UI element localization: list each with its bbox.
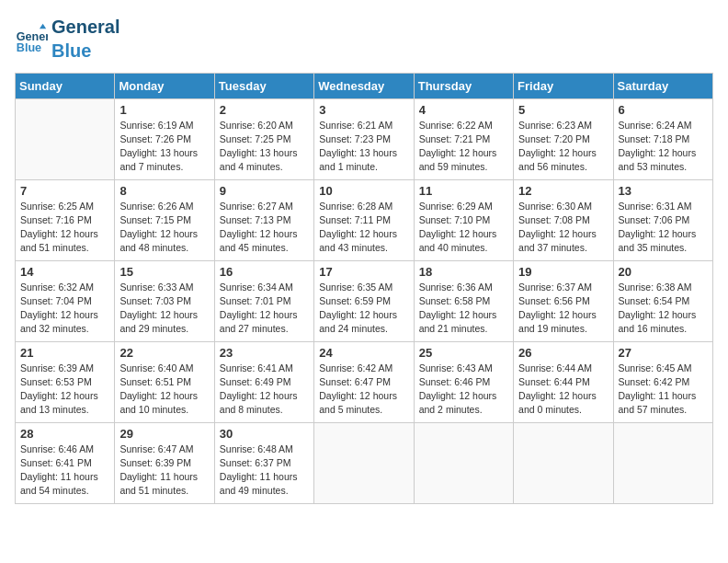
calendar-cell: 25Sunrise: 6:43 AM Sunset: 6:46 PM Dayli… bbox=[414, 341, 513, 422]
day-number: 7 bbox=[20, 184, 109, 198]
day-number: 14 bbox=[20, 265, 109, 279]
day-number: 4 bbox=[419, 103, 508, 117]
day-info: Sunrise: 6:21 AM Sunset: 7:23 PM Dayligh… bbox=[319, 119, 408, 175]
day-number: 23 bbox=[220, 346, 309, 360]
day-number: 22 bbox=[119, 346, 209, 360]
day-number: 9 bbox=[220, 184, 309, 198]
day-number: 28 bbox=[20, 427, 109, 441]
day-number: 15 bbox=[119, 265, 209, 279]
day-info: Sunrise: 6:37 AM Sunset: 6:56 PM Dayligh… bbox=[518, 281, 608, 337]
calendar-cell: 5Sunrise: 6:23 AM Sunset: 7:20 PM Daylig… bbox=[514, 98, 613, 179]
day-number: 30 bbox=[220, 427, 309, 441]
day-info: Sunrise: 6:43 AM Sunset: 6:46 PM Dayligh… bbox=[419, 362, 508, 418]
day-info: Sunrise: 6:47 AM Sunset: 6:39 PM Dayligh… bbox=[119, 442, 209, 499]
day-info: Sunrise: 6:39 AM Sunset: 6:53 PM Dayligh… bbox=[20, 362, 109, 418]
calendar-cell: 29Sunrise: 6:47 AM Sunset: 6:39 PM Dayli… bbox=[115, 422, 214, 503]
day-number: 13 bbox=[619, 184, 708, 198]
day-number: 2 bbox=[220, 103, 309, 117]
day-number: 8 bbox=[119, 184, 209, 198]
day-info: Sunrise: 6:20 AM Sunset: 7:25 PM Dayligh… bbox=[220, 119, 309, 175]
day-number: 21 bbox=[20, 346, 109, 360]
day-number: 1 bbox=[119, 103, 209, 117]
day-number: 20 bbox=[619, 265, 708, 279]
calendar-cell bbox=[514, 422, 613, 503]
calendar-cell bbox=[613, 422, 712, 503]
day-number: 25 bbox=[419, 346, 508, 360]
weekday-header-tuesday: Tuesday bbox=[214, 73, 313, 98]
day-info: Sunrise: 6:22 AM Sunset: 7:21 PM Dayligh… bbox=[419, 119, 508, 175]
calendar-cell: 23Sunrise: 6:41 AM Sunset: 6:49 PM Dayli… bbox=[214, 341, 313, 422]
day-info: Sunrise: 6:35 AM Sunset: 6:59 PM Dayligh… bbox=[319, 281, 408, 337]
calendar-cell bbox=[16, 98, 115, 179]
day-number: 24 bbox=[319, 346, 408, 360]
calendar-cell: 19Sunrise: 6:37 AM Sunset: 6:56 PM Dayli… bbox=[514, 260, 613, 341]
weekday-header-thursday: Thursday bbox=[414, 73, 513, 98]
day-info: Sunrise: 6:45 AM Sunset: 6:42 PM Dayligh… bbox=[619, 362, 708, 418]
day-info: Sunrise: 6:46 AM Sunset: 6:41 PM Dayligh… bbox=[20, 442, 109, 499]
weekday-header-friday: Friday bbox=[514, 73, 613, 98]
day-info: Sunrise: 6:40 AM Sunset: 6:51 PM Dayligh… bbox=[119, 362, 209, 418]
day-info: Sunrise: 6:32 AM Sunset: 7:04 PM Dayligh… bbox=[20, 281, 109, 337]
day-number: 29 bbox=[119, 427, 209, 441]
logo: General Blue General Blue bbox=[15, 15, 119, 63]
page-header: General Blue General Blue bbox=[15, 15, 713, 63]
day-number: 18 bbox=[419, 265, 508, 279]
calendar-cell: 21Sunrise: 6:39 AM Sunset: 6:53 PM Dayli… bbox=[16, 341, 115, 422]
day-info: Sunrise: 6:38 AM Sunset: 6:54 PM Dayligh… bbox=[619, 281, 708, 337]
day-info: Sunrise: 6:26 AM Sunset: 7:15 PM Dayligh… bbox=[119, 200, 209, 256]
day-info: Sunrise: 6:36 AM Sunset: 6:58 PM Dayligh… bbox=[419, 281, 508, 337]
day-info: Sunrise: 6:30 AM Sunset: 7:08 PM Dayligh… bbox=[518, 200, 608, 256]
calendar-cell: 13Sunrise: 6:31 AM Sunset: 7:06 PM Dayli… bbox=[613, 179, 712, 260]
day-info: Sunrise: 6:23 AM Sunset: 7:20 PM Dayligh… bbox=[518, 119, 608, 175]
calendar-cell: 6Sunrise: 6:24 AM Sunset: 7:18 PM Daylig… bbox=[613, 98, 712, 179]
weekday-header-sunday: Sunday bbox=[16, 73, 115, 98]
day-number: 27 bbox=[619, 346, 708, 360]
day-number: 3 bbox=[319, 103, 408, 117]
day-info: Sunrise: 6:29 AM Sunset: 7:10 PM Dayligh… bbox=[419, 200, 508, 256]
calendar-cell: 15Sunrise: 6:33 AM Sunset: 7:03 PM Dayli… bbox=[115, 260, 214, 341]
weekday-header-monday: Monday bbox=[115, 73, 214, 98]
logo-blue: Blue bbox=[51, 40, 91, 61]
calendar-cell: 26Sunrise: 6:44 AM Sunset: 6:44 PM Dayli… bbox=[514, 341, 613, 422]
logo-general: General bbox=[51, 17, 119, 37]
weekday-header-saturday: Saturday bbox=[613, 73, 712, 98]
calendar-cell: 22Sunrise: 6:40 AM Sunset: 6:51 PM Dayli… bbox=[115, 341, 214, 422]
day-number: 12 bbox=[518, 184, 608, 198]
svg-marker-2 bbox=[40, 24, 46, 29]
calendar-cell bbox=[414, 422, 513, 503]
calendar-cell: 27Sunrise: 6:45 AM Sunset: 6:42 PM Dayli… bbox=[613, 341, 712, 422]
day-info: Sunrise: 6:25 AM Sunset: 7:16 PM Dayligh… bbox=[20, 200, 109, 256]
day-number: 11 bbox=[419, 184, 508, 198]
calendar-cell: 30Sunrise: 6:48 AM Sunset: 6:37 PM Dayli… bbox=[214, 422, 313, 503]
calendar-cell: 12Sunrise: 6:30 AM Sunset: 7:08 PM Dayli… bbox=[514, 179, 613, 260]
calendar-cell: 18Sunrise: 6:36 AM Sunset: 6:58 PM Dayli… bbox=[414, 260, 513, 341]
calendar-cell: 20Sunrise: 6:38 AM Sunset: 6:54 PM Dayli… bbox=[613, 260, 712, 341]
calendar-cell: 3Sunrise: 6:21 AM Sunset: 7:23 PM Daylig… bbox=[314, 98, 414, 179]
day-info: Sunrise: 6:19 AM Sunset: 7:26 PM Dayligh… bbox=[119, 119, 209, 175]
calendar-cell: 24Sunrise: 6:42 AM Sunset: 6:47 PM Dayli… bbox=[314, 341, 414, 422]
day-info: Sunrise: 6:34 AM Sunset: 7:01 PM Dayligh… bbox=[220, 281, 309, 337]
calendar-cell: 7Sunrise: 6:25 AM Sunset: 7:16 PM Daylig… bbox=[16, 179, 115, 260]
day-info: Sunrise: 6:31 AM Sunset: 7:06 PM Dayligh… bbox=[619, 200, 708, 256]
day-number: 6 bbox=[619, 103, 708, 117]
calendar-cell: 9Sunrise: 6:27 AM Sunset: 7:13 PM Daylig… bbox=[214, 179, 313, 260]
day-number: 17 bbox=[319, 265, 408, 279]
day-number: 5 bbox=[518, 103, 608, 117]
day-info: Sunrise: 6:48 AM Sunset: 6:37 PM Dayligh… bbox=[220, 442, 309, 499]
weekday-header-wednesday: Wednesday bbox=[314, 73, 414, 98]
calendar-cell bbox=[314, 422, 414, 503]
calendar-cell: 16Sunrise: 6:34 AM Sunset: 7:01 PM Dayli… bbox=[214, 260, 313, 341]
day-number: 26 bbox=[518, 346, 608, 360]
calendar-table: SundayMondayTuesdayWednesdayThursdayFrid… bbox=[15, 73, 713, 504]
calendar-cell: 8Sunrise: 6:26 AM Sunset: 7:15 PM Daylig… bbox=[115, 179, 214, 260]
day-info: Sunrise: 6:41 AM Sunset: 6:49 PM Dayligh… bbox=[220, 362, 309, 418]
svg-text:Blue: Blue bbox=[17, 42, 41, 55]
day-info: Sunrise: 6:44 AM Sunset: 6:44 PM Dayligh… bbox=[518, 362, 608, 418]
calendar-cell: 2Sunrise: 6:20 AM Sunset: 7:25 PM Daylig… bbox=[214, 98, 313, 179]
calendar-cell: 14Sunrise: 6:32 AM Sunset: 7:04 PM Dayli… bbox=[16, 260, 115, 341]
day-info: Sunrise: 6:28 AM Sunset: 7:11 PM Dayligh… bbox=[319, 200, 408, 256]
calendar-cell: 28Sunrise: 6:46 AM Sunset: 6:41 PM Dayli… bbox=[16, 422, 115, 503]
calendar-cell: 4Sunrise: 6:22 AM Sunset: 7:21 PM Daylig… bbox=[414, 98, 513, 179]
day-number: 19 bbox=[518, 265, 608, 279]
calendar-cell: 17Sunrise: 6:35 AM Sunset: 6:59 PM Dayli… bbox=[314, 260, 414, 341]
